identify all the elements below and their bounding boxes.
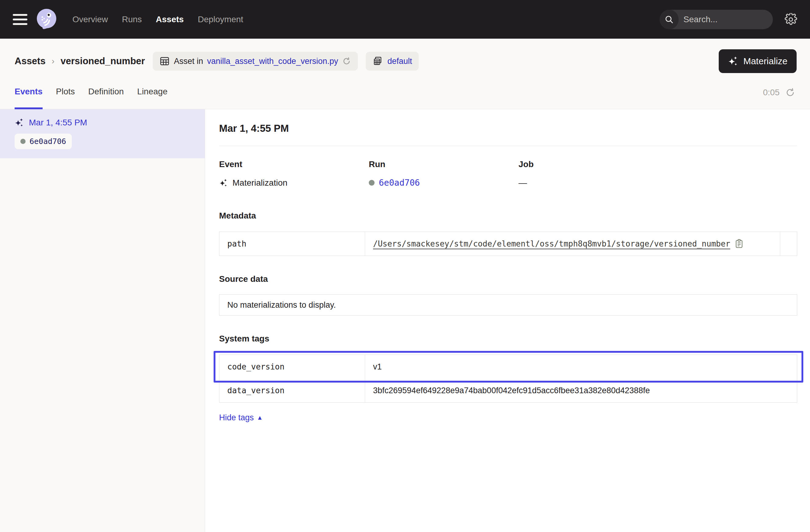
tag-key: data_version [227, 386, 285, 395]
run-id-label: 6e0ad706 [30, 137, 66, 146]
tag-value: 3bfc269594ef649228e9a74bab00f042efc91d5a… [373, 386, 650, 396]
hide-tags-label: Hide tags [219, 413, 254, 422]
copy-clipboard-icon[interactable] [734, 239, 744, 249]
search-bar[interactable]: / [660, 10, 773, 29]
group-default-link[interactable]: default [387, 57, 412, 66]
asset-group-icon [372, 56, 384, 67]
refresh-icon[interactable] [785, 87, 795, 98]
event-detail-title: Mar 1, 4:55 PM [219, 123, 797, 134]
table-row-data-version: data_version 3bfc269594ef649228e9a74bab0… [220, 378, 797, 402]
table-row: path /Users/smackesey/stm/code/elementl/… [220, 232, 797, 256]
hamburger-menu-icon[interactable] [13, 14, 27, 25]
page-header: Assets › versioned_number Asset in vanil… [0, 39, 810, 76]
asset-file-link[interactable]: vanilla_asset_with_code_version.py [207, 57, 338, 66]
caret-up-icon: ▲ [257, 414, 263, 421]
nav-item-overview[interactable]: Overview [72, 15, 108, 25]
asset-tabs-row: Events Plots Definition Lineage 0:05 [0, 76, 810, 109]
nav-item-deployment[interactable]: Deployment [198, 15, 243, 25]
hide-tags-link[interactable]: Hide tags ▲ [219, 413, 263, 422]
nav-item-runs[interactable]: Runs [122, 15, 142, 25]
page-title: versioned_number [61, 56, 145, 67]
dagster-logo [35, 7, 59, 31]
system-tags-heading: System tags [219, 334, 797, 344]
table-row-code-version: code_version v1 [220, 355, 797, 378]
settings-gear-icon[interactable] [784, 13, 797, 26]
materialization-sparkle-icon [219, 178, 228, 188]
search-icon [660, 10, 679, 29]
run-id-link[interactable]: 6e0ad706 [379, 178, 420, 188]
event-info-grid: Event Run Job Materialization 6e0ad706 — [219, 160, 797, 188]
materialize-button[interactable]: Materialize [719, 49, 797, 73]
nav-item-assets[interactable]: Assets [156, 15, 184, 25]
event-list-sidebar: Mar 1, 4:55 PM 6e0ad706 [0, 109, 205, 532]
metadata-heading: Metadata [219, 211, 797, 221]
materialize-button-label: Materialize [743, 56, 788, 66]
asset-group-badge: default [366, 52, 419, 70]
tab-events[interactable]: Events [15, 76, 43, 109]
system-tags-table: code_version v1 data_version 3bfc269594e… [219, 355, 797, 403]
breadcrumb: Assets › versioned_number [15, 56, 145, 67]
run-id-badge[interactable]: 6e0ad706 [15, 134, 72, 149]
path-value-link[interactable]: /Users/smackesey/stm/code/elementl/oss/t… [373, 239, 730, 248]
source-data-empty-message: No materializations to display. [219, 294, 797, 316]
job-column-label: Job [518, 160, 797, 169]
source-data-heading: Source data [219, 274, 797, 284]
event-timestamp: Mar 1, 4:55 PM [29, 118, 87, 128]
tab-plots[interactable]: Plots [56, 76, 75, 109]
asset-in-label: Asset in [174, 57, 203, 66]
metadata-key: path [227, 239, 246, 248]
event-column-label: Event [219, 160, 369, 169]
run-column-label: Run [369, 160, 518, 169]
run-status-dot [20, 139, 26, 144]
materialization-sparkle-icon [15, 118, 25, 128]
event-type-value: Materialization [232, 178, 288, 188]
table-end-cell [780, 232, 797, 256]
search-input[interactable] [679, 15, 773, 25]
tag-key: code_version [227, 362, 285, 371]
event-detail-panel: Mar 1, 4:55 PM Event Run Job Materializa… [205, 109, 810, 532]
run-status-dot [369, 180, 375, 186]
breadcrumb-assets-link[interactable]: Assets [15, 56, 46, 67]
event-list-item[interactable]: Mar 1, 4:55 PM 6e0ad706 [0, 109, 205, 158]
top-navbar: Overview Runs Assets Deployment / [0, 0, 810, 39]
reload-icon[interactable] [342, 57, 351, 66]
tab-definition[interactable]: Definition [88, 76, 124, 109]
divider [219, 146, 797, 146]
table-icon [159, 56, 170, 66]
breadcrumb-separator: › [52, 56, 54, 66]
sparkle-icon [728, 56, 739, 67]
primary-nav: Overview Runs Assets Deployment [72, 15, 243, 25]
tab-lineage[interactable]: Lineage [137, 76, 168, 109]
job-empty-value: — [518, 178, 527, 188]
refresh-countdown: 0:05 [763, 88, 780, 97]
asset-definition-badge: Asset in vanilla_asset_with_code_version… [153, 52, 358, 70]
metadata-table: path /Users/smackesey/stm/code/elementl/… [219, 231, 797, 256]
tag-value: v1 [373, 362, 382, 372]
